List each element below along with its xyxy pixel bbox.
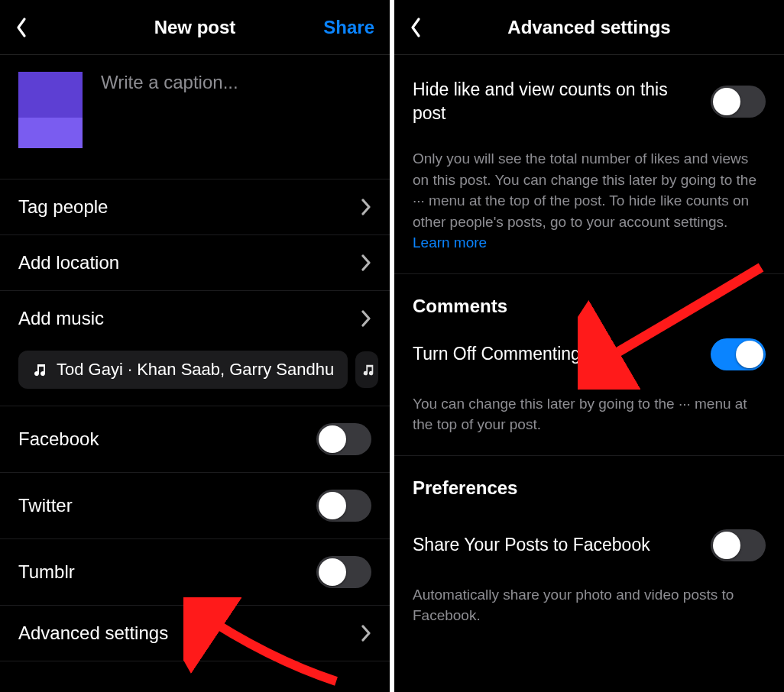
back-icon[interactable] bbox=[15, 17, 28, 38]
hide-like-counts-label: Hide like and view counts on this post bbox=[413, 78, 711, 125]
header: New post Share bbox=[0, 0, 390, 55]
caption-row: Write a caption... bbox=[0, 55, 390, 179]
chevron-right-icon bbox=[361, 309, 371, 328]
caption-input[interactable]: Write a caption... bbox=[101, 72, 238, 93]
chevron-right-icon bbox=[361, 624, 371, 642]
page-title: Advanced settings bbox=[507, 17, 670, 38]
advanced-settings-screen: Advanced settings Hide like and view cou… bbox=[394, 0, 784, 692]
share-facebook-row: Facebook bbox=[0, 406, 390, 472]
turn-off-commenting-row: Turn Off Commenting bbox=[394, 329, 784, 380]
turn-off-commenting-toggle[interactable] bbox=[711, 338, 766, 370]
add-location-row[interactable]: Add location bbox=[0, 234, 390, 290]
share-twitter-row: Twitter bbox=[0, 472, 390, 538]
preferences-section-header: Preferences bbox=[394, 456, 784, 511]
hide-like-counts-row: Hide like and view counts on this post bbox=[394, 55, 784, 134]
add-music-row[interactable]: Add music bbox=[0, 290, 390, 346]
advanced-settings-row[interactable]: Advanced settings bbox=[0, 605, 390, 661]
post-thumbnail[interactable] bbox=[18, 72, 83, 148]
share-button[interactable]: Share bbox=[323, 17, 374, 38]
music-chip[interactable]: Tod Gayi · Khan Saab, Garry Sandhu bbox=[18, 351, 348, 389]
share-twitter-label: Twitter bbox=[18, 495, 73, 516]
share-to-facebook-label: Share Your Posts to Facebook bbox=[413, 533, 711, 557]
share-to-facebook-desc: Automatically share your photo and video… bbox=[394, 571, 784, 646]
share-tumblr-toggle[interactable] bbox=[316, 556, 371, 588]
header: Advanced settings bbox=[394, 0, 784, 55]
music-suggestions: Tod Gayi · Khan Saab, Garry Sandhu bbox=[0, 346, 390, 406]
back-icon[interactable] bbox=[410, 17, 422, 38]
chevron-right-icon bbox=[361, 198, 371, 216]
share-tumblr-label: Tumblr bbox=[18, 561, 75, 583]
music-note-icon bbox=[32, 362, 47, 377]
music-chip-next[interactable] bbox=[355, 351, 378, 388]
share-facebook-label: Facebook bbox=[18, 428, 99, 450]
new-post-screen: New post Share Write a caption... Tag pe… bbox=[0, 0, 390, 692]
turn-off-commenting-label: Turn Off Commenting bbox=[413, 342, 711, 366]
share-twitter-toggle[interactable] bbox=[316, 490, 371, 522]
chevron-right-icon bbox=[361, 254, 371, 272]
hide-like-counts-desc: Only you will see the total number of li… bbox=[394, 134, 784, 273]
page-title: New post bbox=[154, 17, 236, 38]
share-to-facebook-row: Share Your Posts to Facebook bbox=[394, 511, 784, 571]
share-facebook-toggle[interactable] bbox=[316, 423, 371, 455]
add-location-label: Add location bbox=[18, 252, 119, 273]
hide-like-counts-desc-text: Only you will see the total number of li… bbox=[413, 150, 756, 230]
music-chip-label: Tod Gayi · Khan Saab, Garry Sandhu bbox=[57, 360, 334, 380]
comments-section-header: Comments bbox=[394, 274, 784, 329]
learn-more-link[interactable]: Learn more bbox=[413, 234, 487, 251]
hide-like-counts-toggle[interactable] bbox=[711, 86, 766, 118]
tag-people-row[interactable]: Tag people bbox=[0, 179, 390, 234]
add-music-label: Add music bbox=[18, 308, 104, 329]
advanced-settings-label: Advanced settings bbox=[18, 622, 168, 644]
tag-people-label: Tag people bbox=[18, 196, 108, 218]
share-to-facebook-toggle[interactable] bbox=[711, 529, 766, 561]
turn-off-commenting-desc: You can change this later by going to th… bbox=[394, 380, 784, 455]
share-tumblr-row: Tumblr bbox=[0, 538, 390, 605]
